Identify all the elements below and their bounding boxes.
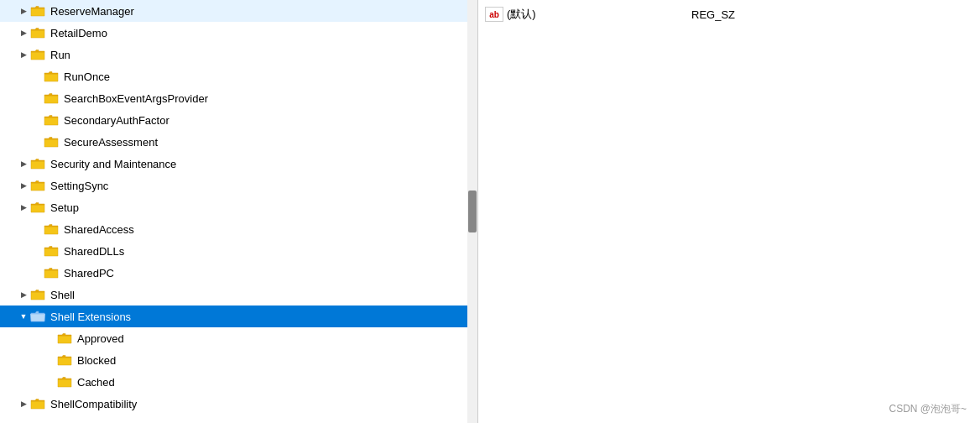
expand-icon[interactable]: ▶: [17, 7, 30, 15]
expand-icon[interactable]: ▶: [17, 290, 30, 299]
folder-icon: [44, 114, 60, 126]
expand-icon[interactable]: ▶: [17, 203, 30, 212]
folder-icon: [30, 311, 47, 322]
folder-icon: [44, 136, 60, 148]
reg-value-icon: ab: [485, 7, 503, 22]
tree-item-label: SharedPC: [64, 267, 114, 279]
tree-item-label: Security and Maintenance: [50, 158, 176, 170]
tree-item-runonce[interactable]: RunOnce: [0, 65, 477, 87]
tree-item-label: Cached: [77, 376, 115, 389]
folder-icon: [57, 376, 74, 388]
tree-item-label: SecureAssessment: [64, 136, 158, 149]
tree-item-run[interactable]: ▶Run: [0, 44, 477, 65]
tree-item-blocked[interactable]: Blocked: [0, 349, 477, 371]
tree-item-label: Blocked: [77, 354, 116, 367]
expand-icon[interactable]: ▼: [17, 312, 30, 321]
tree-item-label: Setup: [50, 201, 79, 214]
tree-item-sharedaccess[interactable]: SharedAccess: [0, 218, 477, 240]
tree-item-label: ShellCompatibility: [50, 398, 137, 410]
reg-value-type: REG_SZ: [675, 8, 800, 21]
tree-item-retaildemo[interactable]: ▶RetailDemo: [0, 22, 477, 44]
tree-item-secondaryauthfactor[interactable]: SecondaryAuthFactor: [0, 109, 477, 131]
folder-icon: [30, 5, 47, 17]
tree-item-approved[interactable]: Approved: [0, 327, 477, 349]
folder-icon: [30, 201, 47, 213]
tree-item-shellextensions[interactable]: ▼Shell Extensions: [0, 306, 477, 327]
tree-item-label: SearchBoxEventArgsProvider: [64, 92, 208, 105]
folder-icon: [44, 92, 60, 104]
tree-item-label: SecondaryAuthFactor: [64, 114, 169, 127]
tree-item-label: SharedDLLs: [64, 245, 124, 258]
folder-icon: [44, 223, 60, 235]
tree-item-label: ReserveManager: [50, 5, 134, 18]
left-scrollbar[interactable]: [467, 0, 477, 423]
tree-item-shellcompatibility[interactable]: ▶ShellCompatibility: [0, 393, 477, 415]
tree-item-label: Shell: [50, 289, 75, 301]
expand-icon[interactable]: ▶: [17, 400, 30, 408]
left-scrollbar-thumb[interactable]: [468, 191, 477, 232]
tree-item-shell[interactable]: ▶Shell: [0, 284, 477, 306]
tree-item-searchboxeventargsprovider[interactable]: SearchBoxEventArgsProvider: [0, 87, 477, 109]
folder-icon: [57, 354, 74, 366]
tree-item-label: Run: [50, 49, 70, 61]
expand-icon[interactable]: ▶: [17, 29, 30, 37]
expand-icon[interactable]: ▶: [17, 181, 30, 190]
folder-icon: [30, 180, 47, 191]
folder-icon: [30, 27, 47, 39]
tree-item-label: Approved: [77, 332, 124, 345]
tree-item-settingsync[interactable]: ▶SettingSync: [0, 175, 477, 196]
expand-icon[interactable]: ▶: [17, 50, 30, 59]
watermark: CSDN @泡泡哥~: [889, 402, 967, 416]
tree-item-reservemanager[interactable]: ▶ReserveManager: [0, 0, 477, 22]
folder-icon: [30, 289, 47, 300]
tree-item-shareddlls[interactable]: SharedDLLs: [0, 240, 477, 262]
registry-values-panel: ab(默认)REG_SZ CSDN @泡泡哥~: [478, 0, 980, 423]
folder-icon: [30, 49, 47, 60]
tree-item-label: SharedAccess: [64, 223, 134, 236]
tree-item-securityandmaintenance[interactable]: ▶Security and Maintenance: [0, 153, 477, 175]
tree-item-label: SettingSync: [50, 180, 108, 192]
registry-value-row[interactable]: ab(默认)REG_SZ: [478, 3, 980, 25]
tree-item-label: RetailDemo: [50, 27, 107, 39]
folder-icon: [30, 158, 47, 170]
reg-value-name: (默认): [507, 7, 675, 22]
tree-item-setup[interactable]: ▶Setup: [0, 196, 477, 218]
registry-tree[interactable]: ▶ReserveManager▶RetailDemo▶RunRunOnceSea…: [0, 0, 477, 423]
tree-item-sharedpc[interactable]: SharedPC: [0, 262, 477, 284]
folder-icon: [44, 70, 60, 82]
tree-item-cached[interactable]: Cached: [0, 371, 477, 393]
folder-icon: [57, 332, 74, 344]
folder-icon: [44, 267, 60, 279]
tree-item-label: RunOnce: [64, 70, 110, 83]
folder-icon: [44, 245, 60, 257]
tree-item-secureassessment[interactable]: SecureAssessment: [0, 131, 477, 153]
expand-icon[interactable]: ▶: [17, 159, 30, 168]
folder-icon: [30, 398, 47, 410]
tree-item-label: Shell Extensions: [50, 311, 131, 323]
